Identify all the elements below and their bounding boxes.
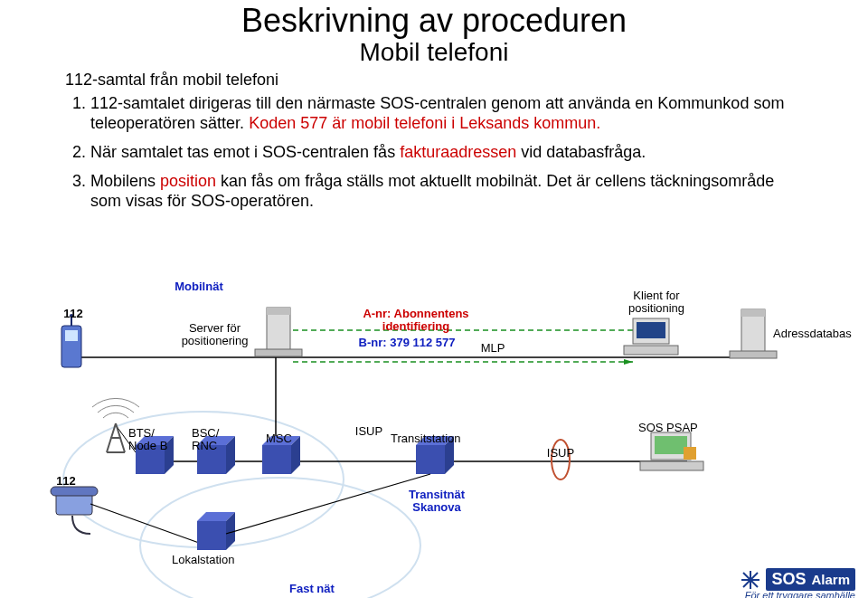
anr-text: A-nr: Abonnentens (363, 307, 468, 320)
svg-rect-1 (65, 330, 78, 341)
klient-label-1: Klient for (633, 289, 679, 302)
svg-rect-25 (416, 445, 445, 474)
logo-star-icon (741, 570, 760, 590)
svg-rect-28 (197, 521, 226, 550)
positioning-server-icon (255, 308, 302, 356)
bts-label-1: BTS/ (128, 426, 155, 440)
svg-rect-32 (684, 447, 696, 460)
transitnat-label: Transitnät Skanova (396, 489, 477, 515)
anr-label: A-nr: Abonnentens identifiering (335, 308, 497, 334)
svg-rect-13 (741, 309, 765, 317)
svg-rect-11 (624, 346, 678, 355)
svg-rect-8 (255, 349, 302, 356)
svg-rect-22 (262, 445, 291, 474)
mobilnat-label: Mobilnät (167, 280, 231, 293)
mlp-arrowhead-2 (624, 359, 633, 365)
bnr-label: B-nr: 379 112 577 (335, 337, 479, 349)
msc-label: MSC (266, 432, 302, 445)
lokalstation-node-icon (197, 512, 235, 550)
bsc-label-2: RNC (192, 439, 217, 452)
diagram-page: Beskrivning av proceduren Mobil telefoni… (0, 0, 868, 598)
svg-rect-10 (637, 322, 665, 338)
fastnat-ellipse (140, 478, 420, 598)
mobile-phone-icon (61, 314, 81, 367)
server-label-2: positionering (182, 334, 249, 347)
sos-psap-icon (640, 432, 703, 470)
server-label: Server för positionering (172, 322, 258, 348)
svg-rect-5 (51, 487, 98, 496)
lokal-label: Lokalstation (172, 554, 258, 566)
svg-rect-33 (640, 461, 703, 470)
bts-label-2: Node B (128, 439, 167, 452)
svg-rect-31 (655, 436, 687, 454)
server-label-1: Server för (189, 321, 241, 335)
mlp-label: MLP (475, 342, 511, 355)
fastnat-label: Fast nät (289, 583, 362, 595)
svg-rect-4 (56, 493, 92, 515)
transitnat-label-2: Skanova (412, 500, 460, 514)
phone-to-lokal-line (90, 504, 199, 543)
adressdb-label: Adressdatabas (773, 327, 863, 340)
klient-label: Klient for positioning (611, 290, 702, 316)
bsc-label-1: BSC/ (192, 426, 219, 440)
isup2-label: ISUP (541, 447, 580, 460)
ident-text: identifiering (382, 319, 449, 333)
num112-bottom-label: 112 (52, 475, 80, 488)
svg-rect-14 (730, 351, 777, 358)
transitnat-label-1: Transitnät (409, 488, 465, 501)
klient-label-2: positioning (628, 301, 684, 315)
logo-word: Alarm (811, 572, 850, 587)
transit-label: Transitstation (391, 432, 490, 445)
bts-label: BTS/ Node B (128, 427, 178, 453)
logo-badge: SOS Alarm (766, 568, 855, 591)
logo-brand: SOS (771, 570, 806, 589)
address-db-server-icon (730, 309, 777, 358)
logo-tagline: För ett tryggare samhälle (745, 590, 855, 598)
svg-rect-7 (267, 308, 290, 315)
num112-top-label: 112 (60, 308, 87, 320)
bsc-label: BSC/ RNC (192, 427, 237, 453)
sos-alarm-logo: SOS Alarm För ett tryggare samhälle (741, 568, 855, 591)
client-computer-icon (624, 318, 678, 355)
desk-phone-icon (51, 487, 98, 534)
isup1-label: ISUP (351, 425, 387, 438)
sospsap-label: SOS PSAP (638, 422, 711, 434)
